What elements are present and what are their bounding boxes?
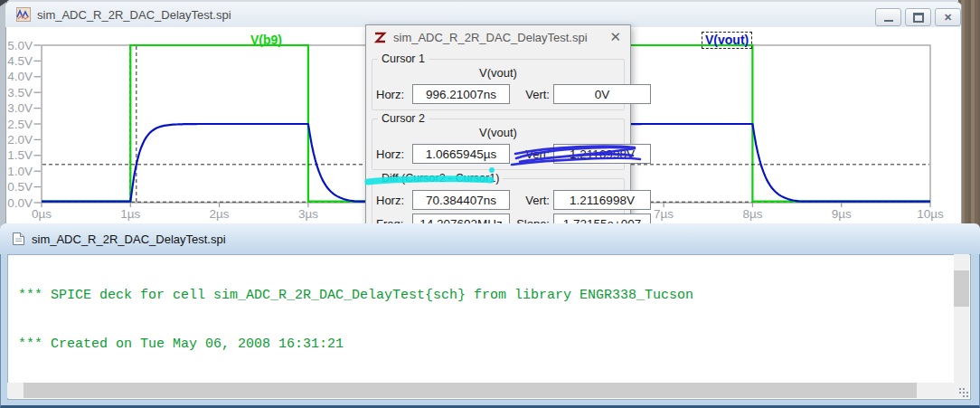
scrollbar-corner <box>954 383 969 398</box>
cursor2-horz-label: Horz: <box>376 147 412 161</box>
spice-code-area[interactable]: *** SPICE deck for cell sim_ADC_R_2R_DAC… <box>7 254 954 383</box>
trace-label-vb9[interactable]: V(b9) <box>250 33 282 47</box>
cursor-dialog-title: sim_ADC_R_2R_DAC_DelayTest.spi <box>393 31 608 44</box>
diff-group-label: Diff (Cursor2 - Cursor1) <box>378 172 503 185</box>
cursor2-vert-label: Vert: <box>510 147 553 161</box>
cursor2-group: Cursor 2 V(vout) Horz: 1.0665945µs Vert:… <box>372 119 625 170</box>
cursor2-group-label: Cursor 2 <box>378 112 429 125</box>
cursor1-signal: V(vout) <box>376 66 620 80</box>
screenshot-stage: sim_ADC_R_2R_DAC_DelayTest.spi ✕ 5.0V4.5… <box>0 0 980 408</box>
close-button[interactable]: ✕ <box>935 8 961 26</box>
maximize-icon <box>913 13 924 23</box>
close-icon: ✕ <box>944 13 952 23</box>
cursor-dialog: sim_ADC_R_2R_DAC_DelayTest.spi ✕ Cursor … <box>365 24 631 247</box>
cursor1-horz-field[interactable]: 996.21007ns <box>412 84 510 104</box>
diff-vert-field[interactable]: 1.2116998V <box>553 190 651 210</box>
diff-horz-field[interactable]: 70.384407ns <box>412 190 510 210</box>
document-icon <box>12 232 25 246</box>
minimize-icon <box>884 20 893 22</box>
dialog-close-button[interactable]: ✕ <box>608 29 623 45</box>
diff-horz-label: Horz: <box>376 194 412 207</box>
code-line: *** SPICE deck for cell sim_ADC_R_2R_DAC… <box>18 288 954 304</box>
minimize-button[interactable] <box>875 8 901 26</box>
waveform-window-icon <box>16 7 31 22</box>
waveform-window-title: sim_ADC_R_2R_DAC_DelayTest.spi <box>37 8 231 22</box>
cursor1-vert-label: Vert: <box>510 88 553 101</box>
code-line: *** Created on Tue May 06, 2008 16:31:21 <box>18 337 954 353</box>
vertical-scroll-thumb[interactable] <box>954 270 969 307</box>
ltspice-icon <box>373 31 387 44</box>
trace-label-vout-selected[interactable]: V(vout) <box>702 32 752 49</box>
horizontal-scroll-thumb[interactable] <box>24 383 917 398</box>
cursor1-horz-label: Horz: <box>376 88 412 101</box>
editor-window-title: sim_ADC_R_2R_DAC_DelayTest.spi <box>32 232 226 246</box>
cursor2-signal: V(vout) <box>376 126 620 139</box>
diff-vert-label: Vert: <box>510 194 553 207</box>
cursor1-group-label: Cursor 1 <box>378 52 429 65</box>
waveform-window-titlebar[interactable]: sim_ADC_R_2R_DAC_DelayTest.spi <box>5 2 960 27</box>
cursor2-horz-field[interactable]: 1.0665945µs <box>412 144 510 164</box>
cursor1-vert-field[interactable]: 0V <box>553 84 651 104</box>
resize-grip[interactable] <box>959 388 961 390</box>
cursor2-vert-field[interactable]: 1.2116998V <box>553 144 651 164</box>
cursor1-group: Cursor 1 V(vout) Horz: 996.21007ns Vert:… <box>372 59 625 110</box>
editor-window-titlebar[interactable]: sim_ADC_R_2R_DAC_DelayTest.spi <box>0 223 980 254</box>
cursor-dialog-body: Cursor 1 V(vout) Horz: 996.21007ns Vert:… <box>366 49 630 246</box>
maximize-button[interactable] <box>905 8 931 26</box>
cursor-dialog-titlebar[interactable]: sim_ADC_R_2R_DAC_DelayTest.spi ✕ <box>366 25 630 49</box>
